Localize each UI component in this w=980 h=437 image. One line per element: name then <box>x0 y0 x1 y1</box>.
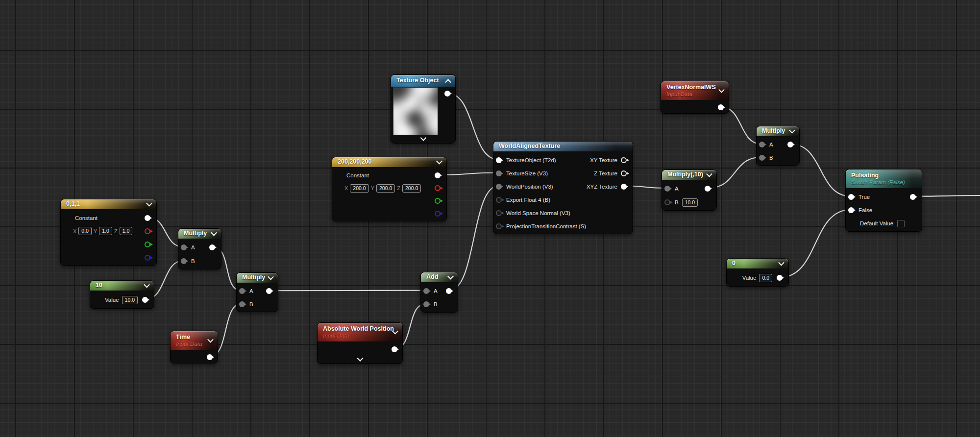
node-title: 10 <box>96 282 141 290</box>
node-time[interactable]: TimeInput Data <box>170 331 218 364</box>
output-pin-xyz[interactable] <box>621 184 627 190</box>
input-pin-b[interactable] <box>181 258 187 264</box>
input-pin-texobj[interactable] <box>496 157 502 163</box>
input-pin-a[interactable] <box>664 186 670 192</box>
input-pin-texsize[interactable] <box>496 170 502 176</box>
output-pin-out[interactable] <box>787 142 793 147</box>
input-pin-b[interactable] <box>423 301 429 307</box>
node-vnws[interactable]: VertexNormalWSInput Data <box>661 81 729 114</box>
value-field[interactable]: 0.0 <box>78 227 92 235</box>
node-pulsating[interactable]: PulsatingSwitch Param (False)TrueFalseDe… <box>845 169 922 232</box>
node-title: Multiply <box>242 274 265 282</box>
node-texture-object[interactable]: Texture Object <box>391 74 456 144</box>
expand-chevron-icon[interactable] <box>357 355 363 362</box>
texture-preview <box>393 87 438 135</box>
node-add[interactable]: AddAB <box>420 272 458 313</box>
node-title: VertexNormalWS <box>666 84 716 92</box>
node-value-0[interactable]: 0Value0.0 <box>726 258 789 287</box>
output-pin-out[interactable] <box>209 244 215 250</box>
node-value-10[interactable]: 10Value10.0 <box>90 280 154 309</box>
output-pin-r[interactable] <box>145 228 150 234</box>
input-pin-a[interactable] <box>423 288 429 294</box>
input-pin-label: ProjectionTransitionContrast (S) <box>506 223 586 229</box>
node-row <box>332 194 446 207</box>
node-row <box>61 238 156 251</box>
node-constant-200[interactable]: 200,200,200ConstantX200.0Y200.0Z200.0 <box>332 157 447 221</box>
axis-label: X <box>73 228 76 234</box>
input-pin-b[interactable] <box>664 199 670 205</box>
output-pin-g[interactable] <box>435 198 441 204</box>
node-header[interactable]: PulsatingSwitch Param (False) <box>846 170 922 188</box>
wire[interactable] <box>438 173 498 175</box>
output-pin-out[interactable] <box>435 172 441 178</box>
input-pin-b[interactable] <box>239 301 245 307</box>
node-header[interactable]: 0,1,1 <box>61 199 156 209</box>
node-subtitle: Input Data <box>323 333 390 339</box>
output-pin-out[interactable] <box>910 194 916 200</box>
input-pin-a[interactable] <box>181 244 187 250</box>
node-header[interactable]: WorldAlignedTexture <box>493 142 633 151</box>
node-title: Multiply <box>762 127 786 135</box>
node-multiply-1[interactable]: MultiplyAB <box>178 228 221 269</box>
node-awp[interactable]: Absolute World PositionInput Data <box>317 322 403 364</box>
node-header[interactable]: Absolute World PositionInput Data <box>318 323 402 341</box>
input-pin-label: A <box>675 186 679 192</box>
node-row <box>61 251 156 265</box>
value-label: Value <box>742 275 757 281</box>
input-pin-a[interactable] <box>239 288 245 294</box>
node-row: Default Value <box>846 217 922 230</box>
value-field[interactable]: 200.0 <box>376 184 395 193</box>
node-multiply-2[interactable]: MultiplyAB <box>236 272 278 312</box>
output-pin-out[interactable] <box>145 215 150 221</box>
value-field[interactable]: 200.0 <box>402 184 421 193</box>
output-pin-out[interactable] <box>444 91 450 97</box>
output-pin-out[interactable] <box>207 354 213 360</box>
node-header[interactable]: 200,200,200 <box>332 157 446 167</box>
output-pin-out[interactable] <box>392 346 397 352</box>
expand-chevron-icon[interactable] <box>420 135 426 141</box>
default-value-checkbox[interactable] <box>897 220 905 227</box>
output-pin-r[interactable] <box>435 185 441 191</box>
output-pin-xy[interactable] <box>621 157 627 163</box>
wire[interactable] <box>791 144 851 196</box>
node-header[interactable]: VertexNormalWSInput Data <box>661 81 729 100</box>
value-field[interactable]: 10.0 <box>682 198 698 207</box>
value-field[interactable]: 10.0 <box>122 296 138 304</box>
wire[interactable] <box>780 210 851 277</box>
input-pin-label: A <box>249 288 253 294</box>
value-field[interactable]: 1.0 <box>120 227 133 235</box>
input-pin-wsnormal[interactable] <box>496 210 502 216</box>
wire[interactable] <box>913 195 980 196</box>
input-pin-worldpos[interactable] <box>496 184 502 190</box>
node-constant-011[interactable]: 0,1,1ConstantX0.0Y1.0Z1.0 <box>60 199 157 266</box>
output-pin-out[interactable] <box>777 275 783 281</box>
output-pin-b[interactable] <box>435 211 441 217</box>
output-pin-out[interactable] <box>446 288 452 294</box>
output-pin-out[interactable] <box>718 104 724 110</box>
graph-canvas[interactable]: Texture Object200,200,200ConstantX200.0Y… <box>0 0 980 437</box>
wire[interactable] <box>270 291 426 291</box>
node-row: B <box>178 254 221 268</box>
value-field[interactable]: 0.0 <box>759 274 772 282</box>
value-field[interactable]: 1.0 <box>99 227 112 235</box>
input-pin-true[interactable] <box>848 194 854 200</box>
value-field[interactable]: 200.0 <box>350 184 368 193</box>
output-pin-out[interactable] <box>142 297 148 303</box>
output-pin-z[interactable] <box>621 170 627 176</box>
node-multiply-3[interactable]: MultiplyAB <box>756 126 800 166</box>
output-pin-b[interactable] <box>145 255 150 261</box>
output-pin-label: XY Texture <box>590 157 617 163</box>
node-wat[interactable]: WorldAlignedTextureTextureObject (T2d)XY… <box>493 141 633 234</box>
input-pin-b[interactable] <box>759 155 765 161</box>
input-pin-false[interactable] <box>848 207 854 213</box>
input-pin-export[interactable] <box>496 197 502 203</box>
input-pin-label: World Space Normal (V3) <box>506 210 570 216</box>
input-pin-a[interactable] <box>759 142 765 147</box>
output-pin-g[interactable] <box>145 242 150 247</box>
output-pin-out[interactable] <box>705 186 710 192</box>
output-pin-out[interactable] <box>266 288 272 294</box>
node-row: B10.0 <box>662 195 716 209</box>
node-title: 0 <box>732 260 776 267</box>
node-multiply-10[interactable]: Multiply(,10)AB10.0 <box>662 170 717 211</box>
input-pin-ptc[interactable] <box>496 223 502 229</box>
